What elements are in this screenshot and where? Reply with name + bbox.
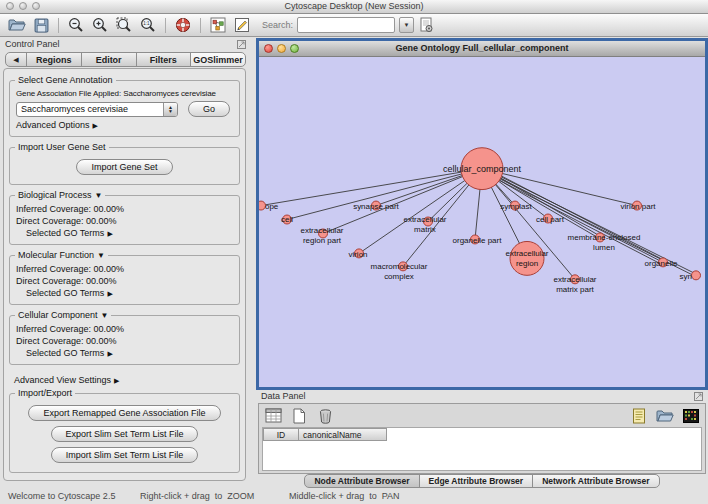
node-label-macromolecular-complex: macromolecular xyxy=(371,262,428,271)
advanced-view-settings-link[interactable]: Advanced View Settings▶ xyxy=(14,375,240,385)
search-label: Search: xyxy=(262,20,293,30)
selected-go-terms-link[interactable]: Selected GO Terms▶ xyxy=(26,348,235,358)
species-select[interactable]: Saccharomyces cerevisiae ▲▼ xyxy=(16,102,178,117)
advanced-options-link[interactable]: Advanced Options▶ xyxy=(16,120,235,130)
node-label-symplast: symplast xyxy=(500,202,532,211)
export-remapped-gene-association-file-button[interactable]: Export Remapped Gene Association File xyxy=(28,405,220,421)
section-legend[interactable]: Biological Process▼ xyxy=(15,190,105,200)
expand-arrow-icon: ▶ xyxy=(107,230,112,237)
section-collapse-icon: ▼ xyxy=(97,251,105,260)
node-label-extracellular-matrix-part: extracellular xyxy=(553,275,596,284)
search-dropdown-icon[interactable]: ▼ xyxy=(399,17,414,33)
new-attribute-icon[interactable] xyxy=(287,406,311,426)
tab-filters[interactable]: Filters xyxy=(136,52,192,67)
species-select-value: Saccharomyces cerevisiae xyxy=(21,104,128,114)
data-panel-title: Data Panel xyxy=(261,391,306,401)
node-label-extracellular-matrix: extracellular xyxy=(403,216,446,225)
tab-goslimmer[interactable]: GOSlimmer xyxy=(190,52,246,67)
control-panel-tabs: ◀RegionsEditorFiltersGOSlimmer xyxy=(5,52,246,67)
zoom-selected-region-icon[interactable] xyxy=(112,15,136,35)
import-gene-set-button[interactable]: Import Gene Set xyxy=(76,159,172,175)
section-legend[interactable]: Molecular Function▼ xyxy=(15,250,108,260)
section-legend[interactable]: Cellular Component▼ xyxy=(15,310,111,320)
node-label-virion: virion xyxy=(348,250,367,259)
section-cellular-component: Cellular Component▼Inferred Coverage: 00… xyxy=(9,315,240,365)
column-header-canonicalname[interactable]: canonicalName xyxy=(299,428,387,441)
zoom-actual-size-icon[interactable]: 1:1 xyxy=(136,15,160,35)
import-network-icon[interactable] xyxy=(206,15,230,35)
network-window: Gene Ontology Full_cellular_component ce… xyxy=(256,38,708,390)
tab-editor[interactable]: Editor xyxy=(81,52,137,67)
attribute-browser-tabs: Node Attribute BrowserEdge Attribute Bro… xyxy=(256,474,708,488)
node-label-virion-part: virion part xyxy=(620,202,656,211)
toolbar-separator xyxy=(165,18,166,33)
selected-go-terms-label: Selected GO Terms xyxy=(26,348,104,358)
status-zoom-hint: Right-click + drag to ZOOM xyxy=(140,491,254,501)
import-slim-set-term-list-file-button[interactable]: Import Slim Set Term List File xyxy=(51,447,198,463)
status-pan-hint: Middle-click + drag to PAN xyxy=(289,491,400,501)
open-file-icon[interactable] xyxy=(5,15,29,35)
float-panel-icon[interactable] xyxy=(694,392,703,401)
node-label-cell-part: cell part xyxy=(536,215,565,224)
zoom-in-icon[interactable] xyxy=(88,15,112,35)
export-slim-set-term-list-file-button[interactable]: Export Slim Set Term List File xyxy=(51,426,199,442)
node-label-extracellular-matrix: matrix xyxy=(414,225,436,234)
direct-coverage: Direct Coverage: 00.00% xyxy=(16,276,235,286)
inferred-coverage: Inferred Coverage: 00.00% xyxy=(16,324,235,334)
edge-cellular-component-cell[interactable] xyxy=(287,169,482,220)
node-label-organelle-part: organelle part xyxy=(453,236,503,245)
control-panel: Control Panel ◀RegionsEditorFiltersGOSli… xyxy=(0,38,251,488)
attribute-matrix-icon[interactable] xyxy=(679,406,703,426)
tab-node-attribute-browser[interactable]: Node Attribute Browser xyxy=(304,474,419,488)
search-input[interactable] xyxy=(297,17,395,33)
expand-arrow-icon: ▶ xyxy=(114,377,119,384)
inferred-coverage: Inferred Coverage: 00.00% xyxy=(16,204,235,214)
section-collapse-icon: ▼ xyxy=(95,191,103,200)
go-button[interactable]: Go xyxy=(188,101,230,117)
annotation-icon[interactable] xyxy=(230,15,254,35)
tab-scroll-left[interactable]: ◀ xyxy=(5,52,27,67)
tab-network-attribute-browser[interactable]: Network Attribute Browser xyxy=(532,474,659,488)
selected-go-terms-link[interactable]: Selected GO Terms▶ xyxy=(26,228,235,238)
group-legend: Import/Export xyxy=(15,388,75,398)
save-session-icon[interactable] xyxy=(29,15,53,35)
network-window-titlebar[interactable]: Gene Ontology Full_cellular_component xyxy=(259,41,705,57)
inferred-coverage: Inferred Coverage: 00.00% xyxy=(16,264,235,274)
node-label-macromolecular-complex: complex xyxy=(384,272,414,281)
main-titlebar: Cytoscape Desktop (New Session) xyxy=(0,0,708,14)
select-stepper-icon[interactable]: ▲▼ xyxy=(163,103,177,116)
network-canvas[interactable]: cellular_componentopecellsynapse partext… xyxy=(259,57,705,387)
attribute-batch-editor-icon[interactable] xyxy=(627,406,651,426)
window-title: Cytoscape Desktop (New Session) xyxy=(0,1,708,11)
node-label-extracellular-region-part: extracellular xyxy=(300,226,343,235)
section-title: Biological Process xyxy=(18,190,92,200)
delete-attribute-icon[interactable] xyxy=(313,406,337,426)
tab-regions[interactable]: Regions xyxy=(26,52,82,67)
node-syn[interactable] xyxy=(692,271,701,280)
attribute-table[interactable]: IDcanonicalName xyxy=(262,427,702,471)
select-gene-annotation-group: Select Gene Annotation Gene Association … xyxy=(9,80,240,137)
app-window: Cytoscape Desktop (New Session) 1:1 xyxy=(0,0,708,504)
edge-cellular-component-envelope[interactable] xyxy=(261,169,482,206)
tab-edge-attribute-browser[interactable]: Edge Attribute Browser xyxy=(419,474,534,488)
select-attributes-icon[interactable] xyxy=(261,406,285,426)
import-user-gene-set-group: Import User Gene Set Import Gene Set xyxy=(9,147,240,185)
search-options-icon[interactable] xyxy=(414,15,438,35)
data-panel: Data Panel xyxy=(256,390,708,488)
section-collapse-icon: ▼ xyxy=(101,311,109,320)
import-attributes-icon[interactable] xyxy=(653,406,677,426)
main-toolbar: 1:1 Search: ▼ xyxy=(0,14,708,37)
selected-go-terms-label: Selected GO Terms xyxy=(26,288,104,298)
edge-cellular-component-virion-part[interactable] xyxy=(482,169,637,206)
attribute-table-header: IDcanonicalName xyxy=(263,428,701,441)
expand-arrow-icon: ▶ xyxy=(107,350,112,357)
network-graph[interactable]: cellular_componentopecellsynapse partext… xyxy=(259,57,705,387)
zoom-out-icon[interactable] xyxy=(64,15,88,35)
selected-go-terms-link[interactable]: Selected GO Terms▶ xyxy=(26,288,235,298)
section-molecular-function: Molecular Function▼Inferred Coverage: 00… xyxy=(9,255,240,305)
help-icon[interactable] xyxy=(171,15,195,35)
status-welcome: Welcome to Cytoscape 2.5 xyxy=(8,491,115,501)
float-panel-icon[interactable] xyxy=(237,40,246,49)
group-legend: Import User Gene Set xyxy=(15,142,109,152)
column-header-id[interactable]: ID xyxy=(263,428,299,441)
